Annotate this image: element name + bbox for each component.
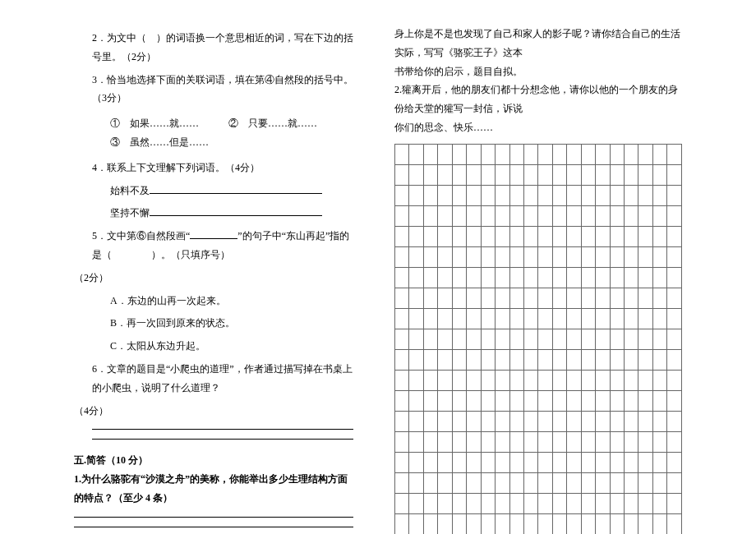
q5-tail: （2分）	[74, 269, 353, 288]
sa-q1: 1.为什么骆驼有“沙漠之舟”的美称，你能举出多少生理结构方面的特点？（至少 4 …	[74, 470, 353, 508]
blank-inline[interactable]	[190, 238, 237, 239]
q3-options: ① 如果……就…… ② 只要……就…… ③ 虽然……但是……	[110, 114, 353, 152]
writing-q2: 2.獾离开后，他的朋友们都十分想念他，请你以他的一个朋友的身份给天堂的獾写一封信…	[394, 81, 682, 118]
answer-line[interactable]	[74, 526, 353, 527]
q2: 2．为文中（ ）的词语换一个意思相近的词，写在下边的括号里。（2分）	[92, 29, 353, 67]
answer-line[interactable]	[92, 428, 353, 430]
q4: 4．联系上下文理解下列词语。（4分）	[92, 159, 353, 177]
q4-b: 坚持不懈	[110, 204, 353, 223]
q5-opt-c: C．太阳从东边升起。	[110, 337, 353, 356]
composition-grid[interactable]	[394, 144, 682, 534]
q6: 6．文章的题目是“小爬虫的道理”，作者通过描写掉在书桌上的小爬虫，说明了什么道理…	[92, 360, 353, 398]
blank-line[interactable]	[150, 193, 322, 194]
answer-line[interactable]	[92, 438, 353, 440]
answer-line[interactable]	[74, 516, 353, 518]
q3: 3．恰当地选择下面的关联词语，填在第④自然段的括号中。（3分）	[92, 71, 353, 108]
writing-q1-cont: 身上你是不是也发现了自己和家人的影子呢？请你结合自己的生活实际，写写《骆驼王子》…	[394, 25, 682, 62]
writing-q1-cont2: 书带给你的启示，题目自拟。	[394, 62, 682, 81]
blank-line[interactable]	[150, 215, 322, 216]
q5-opt-b: B．再一次回到原来的状态。	[110, 314, 353, 333]
q5: 5．文中第⑥自然段画“”的句子中“东山再起”指的是（ ）。（只填序号）	[92, 227, 353, 265]
writing-q2-cont: 你们的思念、快乐……	[394, 118, 682, 137]
q4-a: 始料不及	[110, 182, 353, 200]
section-5-title: 五.简答（10 分）	[74, 451, 353, 470]
q5-opt-a: A．东边的山再一次起来。	[110, 292, 353, 311]
q6-tail: （4分）	[74, 402, 353, 421]
